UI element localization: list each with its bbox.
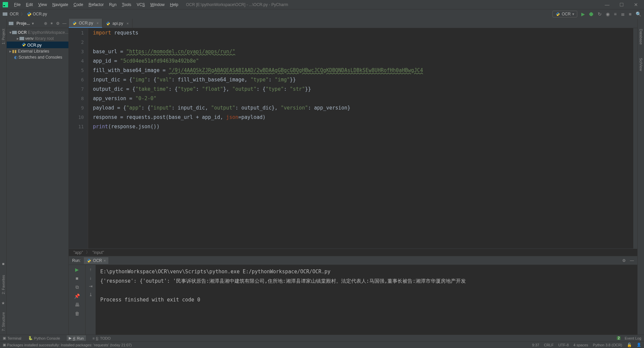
- tab-python-console[interactable]: 🐍Python Console: [28, 336, 60, 340]
- windows-icon[interactable]: ▣: [3, 343, 6, 347]
- maximize-icon[interactable]: ☐: [620, 2, 624, 7]
- tab-sciview-vertical[interactable]: SciView: [639, 58, 643, 71]
- menu-file[interactable]: File: [11, 1, 23, 8]
- python-file-icon: [555, 12, 560, 16]
- menu-tools[interactable]: Tools: [119, 1, 134, 8]
- minimize-icon[interactable]: —: [605, 2, 609, 7]
- close-tab-icon[interactable]: ×: [97, 21, 99, 25]
- panel-title[interactable]: Proje...: [16, 21, 30, 26]
- rerun-button[interactable]: ▶: [75, 267, 79, 272]
- menu-navigate[interactable]: Navigate: [50, 1, 71, 8]
- editor-area: OCR.py × api.py × 1234567891011 import r…: [69, 19, 637, 256]
- tab-favorites-vertical[interactable]: 2: Favorites: [1, 275, 5, 294]
- stop-button[interactable]: ■: [629, 11, 632, 17]
- concurrency-button[interactable]: ≡: [614, 11, 616, 17]
- attach-button[interactable]: ≣: [621, 11, 625, 17]
- menu-help[interactable]: Help: [167, 1, 181, 8]
- menu-bar: File Edit View Navigate Code Refactor Ru…: [0, 0, 644, 9]
- interpreter[interactable]: Python 3.8 (OCR): [593, 343, 622, 347]
- scrollbar[interactable]: [633, 28, 637, 249]
- gear-icon[interactable]: ⚙: [56, 21, 60, 26]
- search-icon[interactable]: 🔍: [636, 11, 641, 17]
- menu-run[interactable]: Run: [106, 1, 119, 8]
- menu-vcs[interactable]: VCS: [134, 1, 148, 8]
- tab-todo[interactable]: ≡6: TODO: [93, 336, 111, 340]
- right-tool-stripe: Database SciView: [637, 19, 644, 335]
- close-run-tab-icon[interactable]: ×: [104, 259, 106, 263]
- python-file-icon: [72, 21, 77, 25]
- tab-structure-vertical[interactable]: 7: Structure: [1, 312, 5, 331]
- indent-setting[interactable]: 4 spaces: [574, 343, 588, 347]
- close-icon[interactable]: ✕: [634, 2, 638, 7]
- bookmarks-icon[interactable]: ■: [2, 262, 4, 266]
- editor-tabs: OCR.py × api.py ×: [69, 19, 637, 28]
- play-icon: ▶: [69, 336, 71, 340]
- code-editor[interactable]: 1234567891011 import requests base_url =…: [69, 28, 637, 249]
- delete-icon[interactable]: 🗑: [75, 311, 79, 316]
- nav-bar: OCR 〉 OCR.py OCR ▾ ▶ ⯃ ↻ ◉ ≡ ≣ ■ 🔍: [0, 9, 644, 19]
- bottom-tool-tabs: ▣Terminal 🐍Python Console ▶4: Run ≡6: TO…: [0, 335, 644, 341]
- menu-edit[interactable]: Edit: [23, 1, 36, 8]
- chevron-down-icon[interactable]: ▾: [32, 21, 34, 26]
- tree-root[interactable]: ▾OCR E:\pythonWorkspace...: [7, 29, 68, 36]
- print-icon[interactable]: 🖶: [75, 302, 79, 307]
- coverage-button[interactable]: ↻: [598, 11, 602, 17]
- hide-panel-icon[interactable]: —: [62, 21, 66, 26]
- run-configuration-selector[interactable]: OCR ▾: [552, 11, 578, 17]
- event-badge: 2: [617, 336, 621, 340]
- up-icon[interactable]: ↑: [90, 267, 92, 272]
- pin-icon[interactable]: 📌: [74, 293, 80, 299]
- folder-icon: [9, 22, 13, 25]
- breadcrumb-root[interactable]: OCR: [10, 12, 19, 16]
- down-icon[interactable]: ↓: [90, 275, 92, 280]
- expand-all-icon[interactable]: ✶: [50, 21, 53, 26]
- tree-external-libs[interactable]: ▸▮▮ External Libraries: [7, 48, 68, 54]
- todo-icon: ≡: [93, 336, 95, 340]
- cursor-position[interactable]: 9:37: [532, 343, 539, 347]
- window-controls: — ☐ ✕: [605, 2, 641, 7]
- tab-database-vertical[interactable]: Database: [639, 29, 643, 45]
- stop-process-button[interactable]: ■: [75, 276, 78, 281]
- menu-window[interactable]: Window: [148, 1, 167, 8]
- run-button[interactable]: ▶: [581, 11, 585, 17]
- layout-icon[interactable]: ⧉: [75, 284, 79, 290]
- run-tool-window: Run: OCR × ⚙ — ▶ ■ ⧉ 📌 🖶 🗑: [69, 256, 637, 335]
- hector-icon[interactable]: 👤: [637, 343, 641, 347]
- code-content[interactable]: import requests base_url = "https://momo…: [88, 28, 637, 249]
- python-file-icon: [27, 12, 32, 16]
- tab-terminal[interactable]: ▣Terminal: [3, 336, 21, 340]
- tab-ocr-py[interactable]: OCR.py ×: [69, 19, 102, 28]
- scroll-end-icon[interactable]: ⤓: [89, 292, 93, 297]
- run-output[interactable]: E:\pythonWorkspace\OCR\venv\Scripts\pyth…: [96, 265, 637, 335]
- profile-button[interactable]: ◉: [606, 11, 610, 17]
- close-tab-icon[interactable]: ×: [126, 21, 128, 25]
- menu-view[interactable]: View: [36, 1, 50, 8]
- lock-icon[interactable]: 🔓: [627, 343, 632, 347]
- workspace: 1: Project ■ 2: Favorites ★ 7: Structure…: [0, 19, 644, 335]
- left-tool-stripe: 1: Project ■ 2: Favorites ★ 7: Structure: [0, 19, 7, 335]
- tab-run-bottom[interactable]: ▶4: Run: [67, 335, 86, 341]
- status-message: Packages installed successfully: Install…: [7, 343, 132, 347]
- select-opened-file-icon[interactable]: ⊕: [44, 21, 47, 26]
- soft-wrap-icon[interactable]: ⇥: [89, 284, 93, 289]
- line-ending[interactable]: CRLF: [544, 343, 554, 347]
- file-encoding[interactable]: UTF-8: [558, 343, 569, 347]
- project-tree[interactable]: ▾OCR E:\pythonWorkspace... ▸venv library…: [7, 28, 68, 62]
- breadcrumb-file[interactable]: OCR.py: [33, 12, 47, 16]
- tree-venv[interactable]: ▸venv library root: [7, 36, 68, 42]
- menu-refactor[interactable]: Refactor: [86, 1, 106, 8]
- event-log-link[interactable]: Event Log: [625, 336, 641, 340]
- hide-icon[interactable]: —: [630, 258, 634, 263]
- svg-rect-1: [3, 5, 5, 6]
- tab-api-py[interactable]: api.py ×: [102, 19, 132, 28]
- tree-file-ocr[interactable]: OCR.py: [7, 42, 68, 48]
- pycharm-icon: [3, 2, 8, 7]
- menu-code[interactable]: Code: [71, 1, 86, 8]
- status-bar: ▣ Packages installed successfully: Insta…: [0, 341, 644, 348]
- tree-scratches[interactable]: ◐ Scratches and Consoles: [7, 54, 68, 60]
- window-title: OCR [E:\pythonWorkspace\OCR] - ...\OCR.p…: [186, 2, 288, 7]
- gear-icon[interactable]: ⚙: [622, 258, 626, 263]
- tab-project-vertical[interactable]: 1: Project: [1, 29, 5, 44]
- debug-button[interactable]: ⯃: [589, 11, 594, 17]
- run-tab[interactable]: OCR ×: [84, 257, 108, 264]
